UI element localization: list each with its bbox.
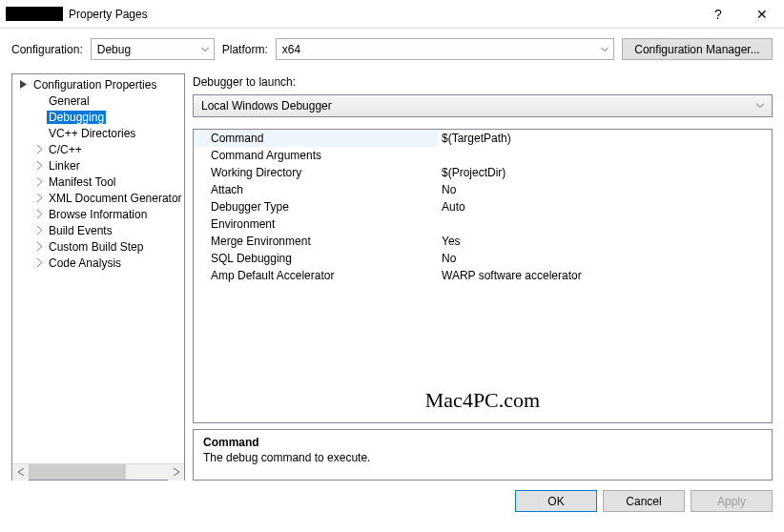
property-value[interactable]: $(ProjectDir)	[438, 164, 772, 181]
tree-item[interactable]: Browse Information	[12, 206, 184, 222]
expand-icon[interactable]	[31, 145, 47, 153]
property-row[interactable]: Debugger TypeAuto	[194, 198, 772, 215]
titlebar: Property Pages ? ✕	[0, 0, 784, 29]
config-bar: Configuration: Debug Platform: x64 Confi…	[0, 29, 784, 73]
footer: OK Cancel Apply	[0, 481, 784, 512]
tree-item[interactable]: Build Events	[12, 222, 184, 238]
debugger-launch-label: Debugger to launch:	[193, 73, 773, 89]
property-name: Attach	[194, 181, 438, 198]
tree-scrollbar[interactable]	[12, 463, 184, 480]
title-redaction	[6, 7, 63, 21]
property-name: Working Directory	[194, 164, 438, 181]
property-row[interactable]: Environment	[194, 215, 772, 233]
close-button[interactable]: ✕	[740, 7, 784, 22]
property-value[interactable]	[438, 147, 772, 164]
property-name: Debugger Type	[194, 198, 438, 215]
chevron-down-icon	[201, 47, 209, 51]
help-text: The debug command to execute.	[203, 451, 762, 464]
help-title: Command	[203, 436, 762, 449]
property-row[interactable]: SQL DebuggingNo	[194, 250, 772, 267]
property-row[interactable]: Merge EnvironmentYes	[194, 233, 772, 250]
property-name: Amp Default Accelerator	[194, 267, 438, 284]
property-row[interactable]: Command Arguments	[194, 147, 772, 164]
tree-item-label: Custom Build Step	[47, 240, 145, 254]
property-value[interactable]: WARP software accelerator	[438, 267, 772, 284]
tree-item-label: Build Events	[47, 224, 114, 237]
configuration-manager-button[interactable]: Configuration Manager...	[622, 38, 773, 60]
expand-icon[interactable]	[31, 194, 47, 202]
tree-item-label: Manifest Tool	[47, 175, 117, 189]
tree-root-label: Configuration Properties	[31, 78, 158, 92]
expand-icon[interactable]	[31, 177, 47, 186]
expand-icon[interactable]	[31, 161, 47, 170]
configuration-label: Configuration:	[11, 43, 83, 56]
tree-panel: Configuration Properties GeneralDebuggin…	[11, 73, 185, 481]
expand-icon[interactable]	[31, 242, 47, 251]
property-name: Command	[194, 130, 438, 147]
configuration-value: Debug	[97, 43, 131, 56]
property-row[interactable]: AttachNo	[194, 181, 772, 198]
property-name: Environment	[194, 215, 438, 233]
help-button[interactable]: ?	[696, 7, 740, 22]
chevron-down-icon	[756, 104, 764, 109]
debugger-launch-select[interactable]: Local Windows Debugger	[193, 94, 773, 117]
tree-item-label: VC++ Directories	[47, 127, 137, 140]
debugger-launch-value: Local Windows Debugger	[201, 99, 332, 113]
property-name: Merge Environment	[194, 233, 438, 250]
property-row[interactable]: Amp Default AcceleratorWARP software acc…	[194, 267, 772, 284]
ok-button[interactable]: OK	[515, 490, 597, 512]
tree-item-label: Linker	[47, 159, 82, 173]
tree-item[interactable]: General	[12, 92, 184, 109]
expand-icon[interactable]	[31, 210, 47, 218]
property-name: SQL Debugging	[194, 250, 438, 267]
configuration-select[interactable]: Debug	[91, 38, 215, 60]
cancel-button[interactable]: Cancel	[603, 490, 685, 512]
tree-item[interactable]: Linker	[12, 157, 184, 174]
platform-label: Platform:	[222, 43, 268, 56]
spacer	[31, 129, 47, 137]
tree-item[interactable]: Debugging	[12, 109, 184, 125]
window-title: Property Pages	[69, 8, 148, 21]
tree-item-label: General	[47, 94, 92, 108]
property-name: Command Arguments	[194, 147, 438, 164]
tree-item-label: Browse Information	[47, 208, 149, 221]
chevron-down-icon	[601, 47, 609, 51]
scroll-left-icon[interactable]	[12, 464, 29, 481]
platform-value: x64	[282, 43, 300, 56]
spacer	[31, 96, 47, 105]
scroll-right-icon[interactable]	[168, 464, 184, 481]
spacer	[31, 113, 47, 121]
apply-button[interactable]: Apply	[691, 490, 773, 512]
scroll-track[interactable]	[29, 464, 168, 480]
tree-item[interactable]: Code Analysis	[12, 255, 184, 271]
tree-item[interactable]: Custom Build Step	[12, 238, 184, 255]
property-value[interactable]: Auto	[438, 198, 772, 215]
tree-item-label: XML Document Generator	[47, 192, 184, 205]
tree-item-label: Code Analysis	[47, 256, 123, 270]
property-value[interactable]	[438, 215, 772, 233]
tree-item-label: Debugging	[47, 111, 106, 124]
property-value[interactable]: Yes	[438, 233, 772, 250]
platform-select[interactable]: x64	[276, 38, 614, 60]
property-value[interactable]: No	[438, 250, 772, 267]
expand-icon[interactable]	[31, 258, 47, 267]
tree-item[interactable]: Manifest Tool	[12, 174, 184, 190]
tree[interactable]: Configuration Properties GeneralDebuggin…	[12, 74, 184, 463]
scroll-thumb[interactable]	[29, 464, 126, 480]
help-panel: Command The debug command to execute.	[193, 429, 773, 481]
expand-icon[interactable]	[31, 226, 47, 235]
property-row[interactable]: Working Directory$(ProjectDir)	[194, 164, 772, 181]
property-row[interactable]: Command$(TargetPath)	[194, 130, 772, 147]
collapse-icon[interactable]	[16, 80, 31, 89]
property-grid[interactable]: Command$(TargetPath)Command ArgumentsWor…	[193, 129, 773, 423]
tree-item[interactable]: C/C++	[12, 141, 184, 157]
tree-item[interactable]: VC++ Directories	[12, 125, 184, 141]
property-value[interactable]: No	[438, 181, 772, 198]
property-value[interactable]: $(TargetPath)	[438, 130, 772, 147]
watermark: Mac4PC.com	[194, 377, 772, 422]
tree-item[interactable]: XML Document Generator	[12, 190, 184, 206]
tree-root[interactable]: Configuration Properties	[12, 76, 184, 92]
tree-item-label: C/C++	[47, 143, 84, 156]
